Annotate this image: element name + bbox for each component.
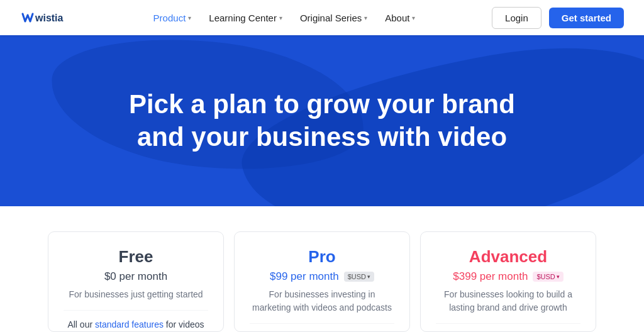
dropdown-arrow-icon: ▾ <box>367 274 370 280</box>
pricing-card-pro: Pro $99 per month $USD ▾ For businesses … <box>234 231 410 332</box>
plan-price-amount-advanced: $399 per month <box>453 270 528 283</box>
nav-label-about: About <box>385 13 409 23</box>
nav-item-learning-center[interactable]: Learning Center ▾ <box>201 9 290 27</box>
plan-name-pro: Pro <box>250 247 394 267</box>
navbar: wistia Product ▾ Learning Center ▾ Origi… <box>0 0 644 35</box>
nav-label-learning: Learning Center <box>209 13 277 23</box>
pricing-section: Free $0 per month For businesses just ge… <box>0 206 644 332</box>
chevron-down-icon: ▾ <box>279 14 282 21</box>
plan-name-advanced: Advanced <box>436 247 580 267</box>
get-started-button[interactable]: Get started <box>549 8 624 28</box>
hero-title: Pick a plan to grow your brand and your … <box>129 88 515 154</box>
pricing-card-free: Free $0 per month For businesses just ge… <box>48 231 224 332</box>
svg-text:wistia: wistia <box>35 13 64 23</box>
pricing-card-advanced: Advanced $399 per month $USD ▾ For busin… <box>420 231 596 332</box>
nav-links: Product ▾ Learning Center ▾ Original Ser… <box>146 9 423 27</box>
plan-features-free: All our standard features for videos and… <box>64 310 208 332</box>
nav-item-about[interactable]: About ▾ <box>377 9 423 27</box>
plan-desc-pro: For businesses investing in marketing wi… <box>250 288 394 314</box>
plan-features-text-free: All our <box>67 319 92 329</box>
currency-badge-pro[interactable]: $USD ▾ <box>344 272 374 282</box>
plan-name-free: Free <box>64 247 208 267</box>
plan-price-pro: $99 per month $USD ▾ <box>250 270 394 283</box>
chevron-down-icon: ▾ <box>364 14 367 21</box>
hero-title-line2: and your business with video <box>137 122 507 152</box>
nav-item-product[interactable]: Product ▾ <box>146 9 199 27</box>
dropdown-arrow-icon: ▾ <box>557 274 560 280</box>
login-button[interactable]: Login <box>492 7 541 29</box>
nav-label-original: Original Series <box>300 13 362 23</box>
plan-features-advanced: All our standard features for videos and… <box>436 323 580 332</box>
plan-price-advanced: $399 per month $USD ▾ <box>436 270 580 283</box>
plan-desc-advanced: For businesses looking to build a lastin… <box>436 288 580 314</box>
plan-price-amount-pro: $99 per month <box>270 270 339 283</box>
chevron-down-icon: ▾ <box>412 14 415 21</box>
hero-section: Pick a plan to grow your brand and your … <box>0 35 644 206</box>
plan-price-free: $0 per month <box>64 270 208 283</box>
plan-features-pro: All our standard features for videos and… <box>250 323 394 332</box>
nav-label-product: Product <box>153 13 186 23</box>
chevron-down-icon: ▾ <box>188 14 191 21</box>
plan-price-amount-free: $0 per month <box>104 270 167 283</box>
logo[interactable]: wistia <box>20 10 77 25</box>
plan-desc-free: For businesses just getting started <box>64 288 208 301</box>
currency-badge-advanced[interactable]: $USD ▾ <box>533 272 563 282</box>
nav-item-original-series[interactable]: Original Series ▾ <box>292 9 375 27</box>
plan-features-link-free[interactable]: standard features <box>95 319 164 329</box>
hero-title-line1: Pick a plan to grow your brand <box>129 89 515 119</box>
nav-actions: Login Get started <box>492 7 624 29</box>
